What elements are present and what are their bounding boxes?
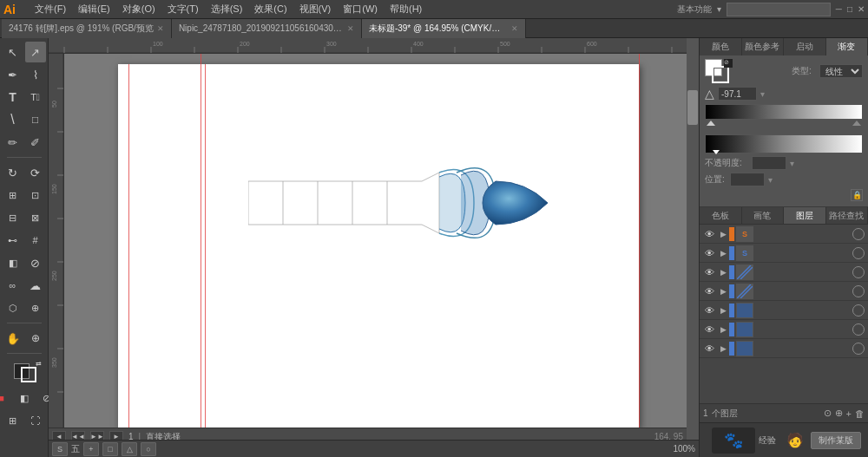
rotate-tool[interactable]: ↻ (3, 162, 23, 183)
gradient-stop-marker[interactable] (713, 150, 720, 154)
layer-visibility-6[interactable]: 👁 (701, 322, 717, 337)
workspace-dropdown-icon[interactable]: ▾ (717, 4, 721, 14)
layer-row[interactable]: 👁 ▶ (700, 320, 868, 339)
lt-brush[interactable]: 画笔 (742, 207, 785, 224)
selection-tool[interactable]: ↖ (3, 42, 23, 62)
perspective-grid-tool[interactable]: ⊷ (3, 230, 23, 251)
make-watermark-button[interactable]: 制作某版 (811, 432, 861, 449)
pencil-tool[interactable]: ✐ (25, 132, 46, 153)
bottom-icon-3[interactable]: □ (102, 442, 118, 456)
width-tool[interactable]: ⊞ (3, 185, 23, 206)
cp-tab-start[interactable]: 启动 (784, 38, 826, 55)
zoom-tool[interactable]: ⊕ (25, 328, 46, 349)
shape-builder-tool[interactable]: ⊠ (25, 207, 46, 228)
type-tool[interactable]: T (3, 87, 23, 108)
line-segment-tool[interactable]: \ (3, 109, 23, 130)
free-transform-tool[interactable]: ⊟ (3, 207, 23, 228)
graph-tool[interactable]: ⬡ (3, 297, 23, 318)
layer-expand-3[interactable]: ▶ (717, 264, 729, 280)
hand-tool[interactable]: ✋ (3, 328, 23, 349)
menu-window[interactable]: 窗口(W) (338, 1, 383, 17)
layer-new[interactable]: + (846, 408, 852, 419)
layer-expand-5[interactable]: ▶ (717, 303, 729, 318)
layer-row[interactable]: 👁 ▶ (700, 339, 868, 358)
layer-expand-7[interactable]: ▶ (717, 341, 729, 356)
stroke-color-swatch[interactable] (712, 66, 729, 83)
canvas-area[interactable]: 100 200 300 400 500 600 (49, 38, 699, 457)
eyedropper-tool[interactable]: ⊘ (25, 252, 46, 273)
lt-pathfinder[interactable]: 路径查找器 (826, 207, 869, 224)
menu-text[interactable]: 文字(T) (162, 1, 204, 17)
warp-tool[interactable]: ⊡ (25, 185, 46, 206)
menu-edit[interactable]: 编辑(E) (73, 1, 115, 17)
pen-tool[interactable]: ✒ (3, 64, 23, 85)
menu-effect[interactable]: 效果(C) (249, 1, 292, 17)
rectangle-tool[interactable]: □ (25, 109, 46, 130)
layer-target-4[interactable] (852, 285, 865, 297)
scroll-vertical[interactable] (687, 38, 699, 445)
layer-row[interactable]: 👁 ▶ (700, 263, 868, 282)
swap-icon[interactable]: ⇄ (36, 360, 42, 368)
tab-2[interactable]: Nipic_24787180_20190921105616043088.ai* … (172, 19, 362, 38)
curvature-tool[interactable]: ⌇ (25, 64, 46, 85)
layer-target-5[interactable] (852, 304, 865, 317)
gradient-mode[interactable]: ◧ (14, 388, 35, 408)
tab-1-close[interactable]: ✕ (157, 24, 164, 33)
touch-type-tool[interactable]: T⃝ (25, 87, 46, 108)
gradient-stop-left[interactable] (707, 121, 715, 126)
layer-visibility-7[interactable]: 👁 (701, 341, 717, 356)
layer-visibility-3[interactable]: 👁 (701, 264, 717, 280)
blend-tool[interactable]: ∞ (3, 275, 23, 296)
layer-row[interactable]: 👁 ▶ (700, 301, 868, 320)
layer-make-clipping-mask[interactable]: ⊙ (824, 408, 832, 419)
layer-target-1[interactable] (852, 228, 865, 240)
layer-expand-4[interactable]: ▶ (717, 284, 729, 299)
tab-3-close[interactable]: ✕ (511, 24, 518, 33)
screen-mode[interactable]: ⊞ (3, 410, 23, 431)
menu-object[interactable]: 对象(O) (117, 1, 161, 17)
window-minimize[interactable]: ─ (836, 4, 842, 14)
cp-tab-gradient[interactable]: 渐变 (826, 38, 869, 55)
layer-delete[interactable]: 🗑 (855, 408, 865, 419)
angle-input[interactable] (718, 87, 757, 101)
layer-row[interactable]: 👁 ▶ S (700, 225, 868, 244)
mesh-tool[interactable]: # (25, 230, 46, 251)
window-maximize[interactable]: □ (847, 4, 852, 14)
layer-target-7[interactable] (852, 343, 865, 355)
gradient-bar[interactable] (705, 104, 863, 120)
cp-tab-color[interactable]: 颜色 (700, 38, 742, 55)
layer-visibility-4[interactable]: 👁 (701, 284, 717, 299)
layer-visibility-5[interactable]: 👁 (701, 303, 717, 318)
layer-new-sublayer[interactable]: ⊕ (835, 408, 843, 419)
menu-file[interactable]: 文件(F) (30, 1, 71, 17)
color-mode[interactable]: ■ (0, 388, 12, 408)
lt-layers[interactable]: 图层 (784, 207, 826, 224)
scroll-vertical-thumb[interactable] (687, 90, 698, 125)
direct-selection-tool[interactable]: ↗ (25, 42, 46, 62)
opacity-dropdown[interactable]: ▾ (790, 159, 794, 168)
artboard[interactable] (118, 64, 639, 428)
layer-expand-1[interactable]: ▶ (717, 226, 729, 242)
search-input[interactable] (727, 3, 831, 16)
position-dropdown[interactable]: ▾ (768, 175, 773, 185)
reflect-tool[interactable]: ⟳ (25, 162, 46, 183)
layer-expand-2[interactable]: ▶ (717, 245, 729, 261)
full-screen[interactable]: ⛶ (25, 410, 46, 431)
gradient-tool[interactable]: ◧ (3, 252, 23, 273)
position-input[interactable] (730, 173, 765, 186)
layer-target-6[interactable] (852, 323, 865, 336)
layer-target-2[interactable] (852, 247, 865, 259)
bottom-icon-1[interactable]: S (52, 442, 68, 456)
bottom-icon-4[interactable]: △ (122, 442, 137, 456)
paintbrush-tool[interactable]: ✏ (3, 132, 23, 153)
tab-1[interactable]: 24176 转[牌].eps @ 191% (RGB/预览 ✕ (2, 19, 172, 38)
angle-dropdown[interactable]: ▾ (760, 89, 765, 99)
layer-row[interactable]: 👁 ▶ S (700, 244, 868, 263)
menu-select[interactable]: 选择(S) (206, 1, 248, 17)
menu-view[interactable]: 视图(V) (294, 1, 337, 17)
symbol-sprayer-tool[interactable]: ☁ (25, 275, 46, 296)
layer-visibility-2[interactable]: 👁 (701, 245, 717, 261)
lock-button[interactable]: 🔒 (851, 189, 863, 201)
artboard-tool[interactable]: ⊕ (25, 297, 46, 318)
cp-tab-color-ref[interactable]: 颜色参考 (742, 38, 785, 55)
